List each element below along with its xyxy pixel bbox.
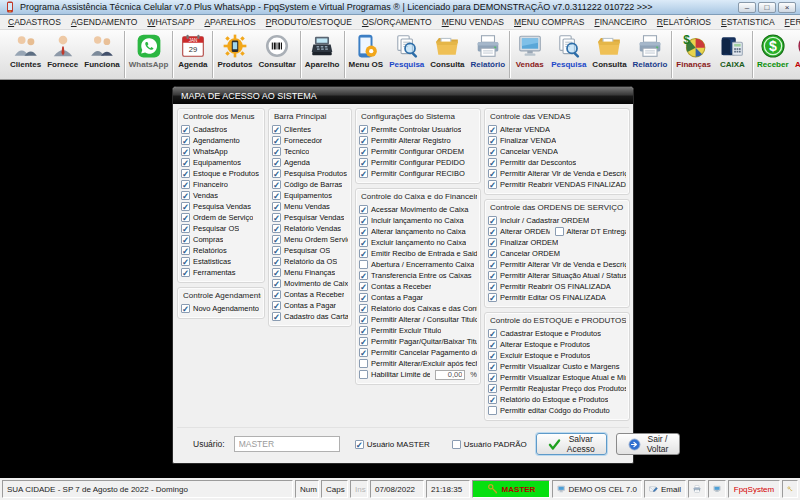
checkbox-alterar-lancamento-no-caixa[interactable]: ✓Alterar lançamento no Caixa [359,227,466,236]
checkbox-pesquisa-produtos[interactable]: ✓Pesquisa Produtos [272,169,347,178]
window-titlebar[interactable]: Programa Assistência Técnica Celular v7.… [0,0,800,15]
checkbox-relatorio-vendas[interactable]: ✓Relatório Vendas [272,224,341,233]
checkbox-permitir-alterar-consultar-titulo[interactable]: ✓Permitir Alterar / Consultar Titulo [359,315,477,324]
checkbox-permitir-dar-descontos[interactable]: ✓Permitir dar Descontos [488,158,576,167]
checkbox-tecnico[interactable]: ✓Tecnico [272,147,309,156]
checkbox-pesquisar-os[interactable]: ✓Pesquisar OS [181,224,239,233]
checkbox-relatorio-da-os[interactable]: ✓Relatório da OS [272,257,337,266]
status-printer-button[interactable] [688,480,706,498]
checkbox-finalizar-ordem[interactable]: ✓Finalizar ORDEM [488,238,558,247]
toolbar-menu-os[interactable]: Menu OS [346,31,387,78]
checkbox-excluir-estoque-e-produtos[interactable]: ✓Excluir Estoque e Produtos [488,351,590,360]
toolbar-relatorio[interactable]: Relatório [630,31,671,78]
toolbar-whatsapp[interactable]: WhatsApp [126,31,172,78]
checkbox-equipamentos[interactable]: ✓Equipamentos [272,191,332,200]
checkbox-habilitar-limite-de-desconto[interactable]: Habilitar Limite de Desconto [359,370,430,379]
checkbox-novo-agendamento[interactable]: ✓Novo Agendamento [181,304,259,313]
toolbar-caixa[interactable]: CAIXA [714,31,751,78]
toolbar-funciona[interactable]: Funciona [81,31,123,78]
limite-desconto-input[interactable] [435,370,465,380]
menu-produto-estoque[interactable]: PRODUTO/ESTOQUE [261,16,357,28]
checkbox-transferencia-entre-os-caixas[interactable]: ✓Transferencia Entre os Caixas [359,271,472,280]
checkbox-financeiro[interactable]: ✓Financeiro [181,180,228,189]
checkbox-alterar-dt-entrega[interactable]: Alterar DT Entrega [555,227,626,236]
checkbox-permitir-configurar-pedido[interactable]: ✓Permitir Configurar PEDIDO [359,158,465,167]
status-monitor-button[interactable] [708,480,726,498]
checkbox-estoque-e-produtos[interactable]: ✓Estoque e Produtos [181,169,259,178]
checkbox-vendas[interactable]: ✓Vendas [181,191,218,200]
toolbar-vendas[interactable]: Vendas [511,31,548,78]
checkbox-contas-a-pagar[interactable]: ✓Contas a Pagar [359,293,423,302]
close-button[interactable]: × [778,2,796,13]
checkbox-emitir-recibo-de-entrada-e-saida[interactable]: ✓Emitir Recibo de Entrada e Saida [359,249,477,258]
checkbox-alterar-ordem[interactable]: ✓Alterar ORDEM [488,227,550,236]
checkbox-relatorios[interactable]: ✓Relatórios [181,246,227,255]
checkbox-permitir-visualizar-estoque-atual-e-minimo[interactable]: ✓Permitir Visualizar Estoque Atual e Min… [488,373,626,382]
menu-os-orcamento[interactable]: OS/ORÇAMENTO [357,16,437,28]
menu-menu-vendas[interactable]: MENU VENDAS [437,16,509,28]
checkbox-relatorio-do-estoque-e-produtos[interactable]: ✓Relatório do Estoque e Produtos [488,395,608,404]
checkbox-permitir-pagar-quitar-baixar-titulo[interactable]: ✓Permitir Pagar/Quitar/Baixar Titulo [359,337,477,346]
checkbox-relatorio-dos-caixas-e-das-contas[interactable]: ✓Relatório dos Caixas e das Contas [359,304,477,313]
checkbox-alterar-venda[interactable]: ✓Alterar VENDA [488,125,550,134]
checkbox-pesquisar-os[interactable]: ✓Pesquisar OS [272,246,330,255]
menu-estatistica[interactable]: ESTATISTICA [716,16,780,28]
checkbox-menu-ordem-servico[interactable]: ✓Menu Ordem Serviço [272,235,348,244]
checkbox-contas-a-receber[interactable]: ✓Contas a Receber [272,290,344,299]
exit-button[interactable]: Sair / Voltar [616,433,681,455]
checkbox-permitir-reabrir-vendas-finalizadas[interactable]: ✓Permitir Reabrir VENDAS FINALIZADAS [488,180,626,189]
toolbar-fornece[interactable]: Fornece [44,31,81,78]
checkbox-cadastrar-estoque-e-produtos[interactable]: ✓Cadastrar Estoque e Produtos [488,329,601,338]
checkbox-permitir-excluir-titulo[interactable]: ✓Permitir Excluir Titulo [359,326,441,335]
toolbar-pesquisa[interactable]: Pesquisa [386,31,427,78]
checkbox-contas-a-pagar[interactable]: ✓Contas a Pagar [272,301,336,310]
checkbox-cadastro-das-cartas[interactable]: ✓Cadastro das Cartas [272,312,348,321]
menu-menu-compras[interactable]: MENU COMPRAS [509,16,589,28]
checkbox-clientes[interactable]: ✓Clientes [272,125,311,134]
checkbox-incluir-cadastrar-ordem[interactable]: ✓Incluir / Cadastrar ORDEM [488,216,589,225]
menu-relatorios[interactable]: RELATÓRIOS [652,16,716,28]
checkbox-agenda[interactable]: ✓Agenda [272,158,310,167]
checkbox-pesquisa-vendas[interactable]: ✓Pesquisa Vendas [181,202,251,211]
checkbox-permitir-visualizar-custo-e-margens[interactable]: ✓Permitir Visualizar Custo e Margens [488,362,620,371]
checkbox-permitir-alterar-vlr-de-venda-e-descricao[interactable]: ✓Permitir Alterar Vlr de Venda e Descriç… [488,169,626,178]
checkbox-usuario-padrao[interactable]: Usuário PADRÃO [452,440,527,449]
dialog-titlebar[interactable]: MAPA DE ACESSO AO SISTEMA [173,87,633,104]
menu-financeiro[interactable]: FINANCEIRO [589,16,651,28]
checkbox-contas-a-receber[interactable]: ✓Contas a Receber [359,282,431,291]
checkbox-incluir-lancamento-no-caixa[interactable]: ✓Incluir lançamento no Caixa [359,216,464,225]
checkbox-permite-controlar-usuarios[interactable]: ✓Permite Controlar Usuários [359,125,461,134]
toolbar-consulta[interactable]: Consulta [589,31,629,78]
checkbox-fornecedor[interactable]: ✓Fornecedor [272,136,322,145]
checkbox-permitir-configurar-ordem[interactable]: ✓Permitir Configurar ORDEM [359,147,464,156]
toolbar-aparelho[interactable]: Aparelho [302,31,343,78]
menu-aparelhos[interactable]: APARELHOS [199,16,260,28]
checkbox-permitir-reajustar-preco-dos-produtos[interactable]: ✓Permitir Reajustar Preço dos Produtos [488,384,626,393]
checkbox-permitir-editar-codgo-do-produto[interactable]: Permitir editar Códgo do Produto [488,406,610,415]
checkbox-codigo-de-barras[interactable]: ✓Código de Barras [272,180,342,189]
checkbox-movimento-de-caixa[interactable]: ✓Movimento de Caixa [272,279,348,288]
checkbox-abertura-encerramento-caixa[interactable]: Abertura / Encerramento Caixa [359,260,474,269]
checkbox-cadastros[interactable]: ✓Cadastros [181,125,227,134]
minimize-button[interactable]: – [738,2,756,13]
checkbox-estatisticas[interactable]: ✓Estatisticas [181,257,231,266]
toolbar-clientes[interactable]: Clientes [7,31,44,78]
checkbox-finalizar-venda[interactable]: ✓Finalizar VENDA [488,136,556,145]
checkbox-permitir-alterar-vlr-de-venda-e-descricao[interactable]: ✓Permitir Alterar Vlr de Venda e Descriç… [488,260,626,269]
checkbox-acessar-movimento-de-caixa[interactable]: ✓Acessar Movimento de Caixa [359,205,469,214]
checkbox-permitir-cancelar-pagamento-do-titulo[interactable]: ✓Permitir Cancelar Pagamento do Titulo [359,348,477,357]
toolbar-relatorio[interactable]: Relatório [468,31,509,78]
toolbar-consulta[interactable]: Consulta [427,31,467,78]
save-button[interactable]: Salvar Acesso [536,433,607,455]
checkbox-menu-financas[interactable]: ✓Menu Finanças [272,268,335,277]
checkbox-permitir-editar-os-finalizada[interactable]: ✓Permitir Editar OS FINALIZADA [488,293,606,302]
checkbox-ferramentas[interactable]: ✓Ferramentas [181,268,236,277]
checkbox-agendamento[interactable]: ✓Agendamento [181,136,240,145]
user-input[interactable] [234,436,340,452]
checkbox-equipamentos[interactable]: ✓Equipamentos [181,158,241,167]
restore-button[interactable]: □ [758,2,776,13]
toolbar-a-pagar[interactable]: $A Pagar [792,31,800,78]
checkbox-cancelar-ordem[interactable]: ✓Cancelar ORDEM [488,249,560,258]
checkbox-permitir-alterar-excluir-apos-fechamento[interactable]: Permitir Alterar/Excluir após fechamento [359,359,477,368]
checkbox-ordem-de-servico[interactable]: ✓Ordem de Serviço [181,213,253,222]
